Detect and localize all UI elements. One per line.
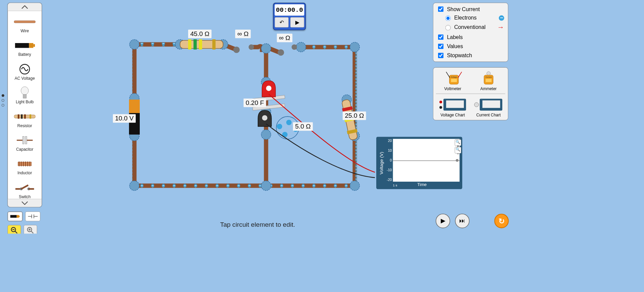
svg-point-45 [439,101,442,103]
radio-conventional[interactable] [445,25,451,30]
palette-scroll-down[interactable] [8,199,42,207]
chart-plot-area [393,139,460,182]
svg-rect-0 [14,21,36,23]
svg-point-57 [350,181,360,191]
circuit-wires[interactable] [134,44,355,186]
svg-point-89 [262,115,267,120]
meter-label: Voltmeter [436,86,470,91]
capacitor-icon [17,134,33,147]
svg-point-62 [296,42,306,52]
sim-play-button[interactable]: ▶ [436,214,450,228]
wire-icon [14,15,36,29]
svg-point-54 [130,40,139,49]
meter-voltage-chart[interactable]: Voltage Chart [436,97,470,117]
checkbox-show-current[interactable] [438,6,443,12]
svg-rect-13 [23,137,24,144]
display-options-panel: Show Current Electrons − Conventional → … [433,3,508,62]
svg-rect-51 [482,100,500,108]
stopwatch-readout: 00:00.0 [275,4,304,16]
option-conventional[interactable]: Conventional → [444,23,504,32]
svg-point-55 [130,181,139,191]
ac-voltage-icon [19,63,31,76]
probe-wire-black [266,124,375,178]
component-switch-2[interactable] [277,44,297,56]
stopwatch-play-button[interactable]: ▶ [290,17,304,27]
page-dot[interactable] [2,99,4,102]
svg-text:Voltage: Voltage [450,76,457,78]
meter-label: Current Chart [472,113,505,117]
option-stopwatch[interactable]: Stopwatch [437,52,504,59]
resistor1-value-label: 45.0 Ω [188,30,212,38]
comp-label: Switch [19,194,31,199]
checkbox-values[interactable] [438,44,443,49]
meters-panel: Voltage Voltmeter Current Ammeter Voltag… [433,67,508,120]
svg-point-77 [233,46,240,53]
svg-rect-10 [24,114,26,119]
junctions[interactable] [130,40,360,191]
comp-label: Light Bulb [16,100,34,104]
chart-zoom-out-button[interactable]: 🔍− [455,147,461,153]
option-label: Labels [447,34,463,40]
light-bulb-icon [20,86,30,100]
checkbox-stopwatch[interactable] [438,53,443,58]
option-electrons[interactable]: Electrons − [444,15,504,21]
play-icon: ▶ [441,217,445,224]
chart-xunit: 1 s [393,183,397,187]
page-dot-active[interactable] [2,94,4,97]
svg-point-56 [261,181,271,191]
palette-item-ac-voltage[interactable]: AC Voltage [8,59,42,82]
svg-rect-74 [194,39,197,49]
palette-item-light-bulb[interactable]: Light Bulb [8,82,42,106]
palette-item-battery[interactable]: Battery [8,35,42,58]
voltage-probe-black[interactable] [258,110,271,126]
sim-step-button[interactable]: ⏭ [455,214,469,228]
component-switch-1[interactable] [233,44,254,53]
meter-ammeter[interactable]: Current Ammeter [472,70,505,91]
comp-label: Wire [20,29,29,33]
chart-zoom-in-button[interactable]: 🔍+ [455,139,461,146]
svg-point-92 [286,120,292,125]
reset-icon: ↻ [499,217,505,225]
arrow-right-icon: → [497,23,504,32]
svg-rect-8 [18,114,19,119]
svg-rect-22 [10,215,16,218]
svg-rect-43 [485,79,491,82]
svg-point-59 [261,44,271,53]
palette-item-resistor[interactable]: Resistor [8,106,42,129]
voltmeter-icon: Voltage [436,70,470,86]
comp-label: Capacitor [16,147,33,152]
resistor-icon [14,110,36,123]
option-values[interactable]: Values [437,43,504,50]
stopwatch-panel[interactable]: 00:00.0 ↶ ▶ [273,3,306,30]
option-label: Conventional [454,24,485,30]
step-forward-icon: ⏭ [459,217,465,224]
reset-button[interactable]: ↻ [494,214,509,228]
voltage-chart-panel[interactable]: Voltage (V) 20 10 0 -10 -20 Time 1 s 🔍+ … [376,137,462,189]
component-palette: Wire Battery AC Voltage Light Bulb [7,3,42,207]
svg-point-46 [439,106,442,109]
meter-voltmeter[interactable]: Voltage Voltmeter [436,70,470,91]
switch2-value-label: ∞ Ω [277,34,292,42]
tick: -10 [384,168,392,172]
meter-current-chart[interactable]: Current Chart [472,97,505,117]
option-labels[interactable]: Labels [437,34,504,41]
palette-item-inductor[interactable]: Inductor [8,153,42,177]
palette-item-switch[interactable]: Switch [8,177,42,199]
checkbox-labels[interactable] [438,34,443,40]
radio-electrons[interactable] [445,15,451,21]
chevron-up-icon [22,5,28,9]
battery-value-label: 10.0 V [113,114,136,123]
stopwatch-reset-button[interactable]: ↶ [275,17,289,27]
svg-rect-3 [33,44,35,47]
view-lifelike-button[interactable] [7,212,23,221]
page-dot[interactable] [2,104,4,107]
palette-item-capacitor[interactable]: Capacitor [8,130,42,153]
palette-item-wire[interactable]: Wire [8,11,42,35]
view-schematic-button[interactable] [25,212,40,221]
palette-scroll-up[interactable] [8,3,42,11]
chart-ylabel: Voltage (V) [379,139,384,187]
component-resistor-45[interactable] [180,39,223,49]
svg-point-58 [350,42,360,52]
option-show-current[interactable]: Show Current [437,6,504,13]
chart-yticks: 20 10 0 -10 -20 [384,139,393,182]
